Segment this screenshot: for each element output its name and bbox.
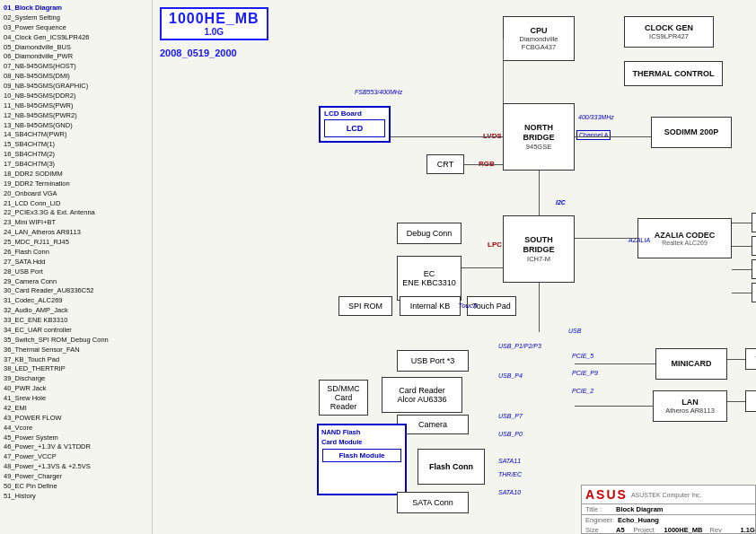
southbridge-block: SOUTH BRIDGE ICH7-M (503, 215, 575, 283)
sidebar-item-18[interactable]: 19_DDR2 Termination (2, 179, 150, 189)
sidebar-item-42[interactable]: 43_POWER FLOW (2, 414, 150, 424)
minicard-block: MINICARD (655, 348, 727, 380)
wlan-block: WLAN (745, 348, 756, 370)
sidebar-item-25[interactable]: 26_Flash Conn (2, 248, 150, 258)
sidebar-item-11[interactable]: 12_NB-945GMS(PWR2) (2, 111, 150, 121)
channel-label: Channel A (576, 130, 611, 140)
cpu-title: CPU (530, 26, 547, 36)
lcd-board-label: LCD Board (322, 109, 387, 118)
ddr-signal: 400/333MHz (578, 114, 614, 120)
sidebar-item-20[interactable]: 21_LCD Conn_LID (2, 199, 150, 209)
lpc-signal: LPC (488, 241, 502, 249)
sdmmc-title3: Reader (330, 402, 357, 411)
camera-title: Camera (418, 420, 447, 429)
sidebar-item-13[interactable]: 14_SB4CH7M(PWR) (2, 130, 150, 140)
realtek-sub: Realtek ALC269 (662, 240, 708, 246)
sidebar-item-32[interactable]: 33_EC_ENE KB3310 (2, 316, 150, 326)
ec-title: EC (424, 269, 435, 278)
cpu-nb-line (503, 39, 504, 103)
sidebar-item-40[interactable]: 41_Srew Hole (2, 394, 150, 404)
usb-p7-label: USB_P7 (498, 413, 523, 419)
sidebar-item-10[interactable]: 11_NB-945GMS(PWR) (2, 101, 150, 111)
title-block-wrapper: 1000HE_MB 1.0G 2008_0519_2000 (160, 7, 268, 58)
sidebar-item-37[interactable]: 38_LED_THERTRIP (2, 364, 150, 374)
sidebar-item-41[interactable]: 42_EMI (2, 404, 150, 414)
azalia-speaker-line (732, 246, 752, 247)
sidebar-item-23[interactable]: 24_LAN_Atheros AR8113 (2, 228, 150, 238)
sidebar-item-45[interactable]: 46_Power_+1.3V & V1TDDR (2, 442, 150, 452)
sidebar-item-46[interactable]: 47_Power_VCCP (2, 452, 150, 462)
usb-port3-block: USB Port *3 (397, 350, 469, 372)
camera-block: Camera (397, 415, 469, 434)
nand-inner-block: Flash Module (322, 449, 401, 462)
sidebar-item-28[interactable]: 29_Camera Conn (2, 277, 150, 287)
sidebar-item-24[interactable]: 25_MDC_RJ11_RJ45 (2, 238, 150, 248)
sidebar-item-27[interactable]: 28_USB Port (2, 267, 150, 277)
azalia-extmic-line (732, 269, 752, 270)
sidebar-item-21[interactable]: 22_PCIEx3.3G & Ext. Antenna (2, 208, 150, 218)
sidebar-item-36[interactable]: 37_KB_Touch Pad (2, 355, 150, 365)
sodimm-title: SODIMM 200P (664, 127, 719, 137)
sb-sub: ICH7-M (527, 255, 550, 263)
sidebar-item-48[interactable]: 49_Power_Charger (2, 472, 150, 482)
sidebar-item-14[interactable]: 15_SB4CH7M(1) (2, 140, 150, 150)
sidebar-item-34[interactable]: 35_Switch_SPI ROM_Debug Conn (2, 336, 150, 346)
sidebar-item-29[interactable]: 30_Card Reader_AU8336C52 (2, 286, 150, 296)
sidebar-item-22[interactable]: 23_Mini WIFI+BT (2, 218, 150, 228)
main-schematic-area: 1000HE_MB 1.0G 2008_0519_2000 CPU Diamon… (153, 0, 756, 534)
usb-p0-label: USB_P0 (498, 431, 523, 437)
asus-info-row2: Size A5 Project Name 1000HE_MB Rev 1.1G (582, 525, 755, 534)
cardreader-sub: Alcor AU6336 (397, 395, 446, 404)
azalia-lineout-line (732, 223, 752, 223)
spi-rom-block: SPI ROM (338, 296, 392, 316)
sidebar-item-6[interactable]: 07_NB-945GMS(HOST) (2, 62, 150, 72)
flash-conn-block: Flash Conn (418, 449, 485, 485)
thermal-title: THERMAL CONTROL (633, 69, 715, 79)
crt-title: CRT (437, 160, 453, 169)
sidebar-item-4[interactable]: 05_Diamondville_BUS (2, 43, 150, 53)
sidebar-item-2[interactable]: 03_Power Sequence (2, 23, 150, 33)
size-label: Size (585, 526, 612, 534)
usb-p123-label: USB_P1/P2/P3 (498, 343, 541, 349)
sidebar-item-12[interactable]: 13_NB-945GMS(GND) (2, 121, 150, 131)
sidebar-item-1[interactable]: 02_System Setting (2, 13, 150, 23)
sidebar-item-49[interactable]: 50_EC Pin Define (2, 482, 150, 492)
title-label: Title : (585, 505, 612, 513)
sidebar-item-19[interactable]: 20_Onboard VGA (2, 189, 150, 199)
sidebar-item-39[interactable]: 40_PWR Jack (2, 384, 150, 394)
sidebar-item-43[interactable]: 44_Vcore (2, 424, 150, 433)
nb-title2: BRIDGE (523, 133, 554, 143)
ec-sub: ENE KBC3310 (402, 278, 456, 287)
clock-gen-block: CLOCK GEN ICS9LPR427 (624, 16, 714, 48)
rev-value: 1.1G (741, 526, 755, 534)
sidebar-item-0[interactable]: 01_Block Diagram (2, 4, 150, 13)
sidebar-item-26[interactable]: 27_SATA Hdd (2, 258, 150, 267)
lan-title: LAN (681, 398, 699, 407)
clock-gen-sub: ICS9LPR427 (649, 32, 689, 40)
sidebar-item-30[interactable]: 31_Codec_ALC269 (2, 296, 150, 306)
project-value: 1000HE_MB (664, 526, 703, 534)
sidebar-item-17[interactable]: 18_DDR2 SODIMM (2, 170, 150, 179)
nand-inner-label: Flash Module (338, 451, 384, 460)
sb-azalia-line (575, 238, 637, 239)
sidebar-item-16[interactable]: 17_SB4CH7M(3) (2, 160, 150, 170)
eng-label: Engineer: (585, 516, 614, 524)
sidebar-item-47[interactable]: 48_Power_+1.3VS & +2.5VS (2, 462, 150, 472)
sidebar-item-44[interactable]: 45_Power System (2, 433, 150, 443)
sidebar-item-38[interactable]: 39_Discharge (2, 374, 150, 384)
sb-title1: SOUTH (524, 235, 553, 245)
cardreader-title: Card Reader (399, 386, 445, 395)
sidebar-item-5[interactable]: 06_Diamondville_PWR (2, 52, 150, 62)
sidebar-item-35[interactable]: 36_Thermal Sensor_FAN (2, 346, 150, 355)
nand-outer-label1: NAND Flash (321, 427, 403, 437)
azalia-block: AZALIA CODEC Realtek ALC269 (637, 218, 732, 258)
sidebar-item-3[interactable]: 04_Clock Gen_ICS9LPR426 (2, 33, 150, 43)
sidebar-item-8[interactable]: 09_NB-945GMS(GRAPHIC) (2, 82, 150, 92)
sidebar-item-31[interactable]: 32_Audio_AMP_Jack (2, 306, 150, 316)
sidebar-item-9[interactable]: 10_NB-945GMS(DDR2) (2, 92, 150, 101)
sidebar-item-15[interactable]: 16_SB4CH7M(2) (2, 150, 150, 160)
sidebar-item-33[interactable]: 34_EC_UAR controller (2, 326, 150, 336)
nb-crt-line (464, 164, 503, 165)
sidebar-item-7[interactable]: 08_NB-945GMS(DMI) (2, 72, 150, 82)
sidebar-item-50[interactable]: 51_History (2, 492, 150, 502)
